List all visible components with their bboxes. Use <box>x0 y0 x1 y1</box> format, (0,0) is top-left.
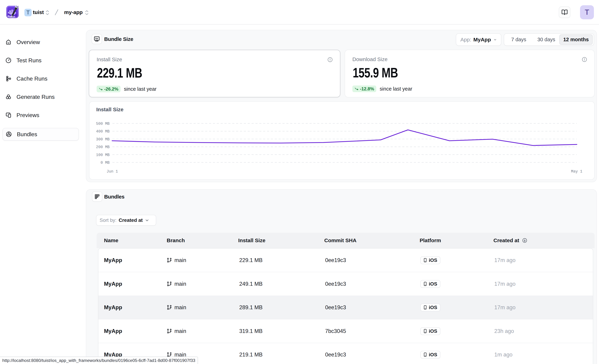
svg-text:Jun 1: Jun 1 <box>107 169 118 174</box>
svg-text:200 MB: 200 MB <box>96 145 110 149</box>
svg-text:400 MB: 400 MB <box>96 129 110 134</box>
svg-text:500 MB: 500 MB <box>96 122 110 126</box>
svg-text:300 MB: 300 MB <box>96 137 110 142</box>
svg-text:May 1: May 1 <box>571 169 582 174</box>
svg-text:0 MB: 0 MB <box>100 161 110 165</box>
svg-text:100 MB: 100 MB <box>96 153 110 157</box>
